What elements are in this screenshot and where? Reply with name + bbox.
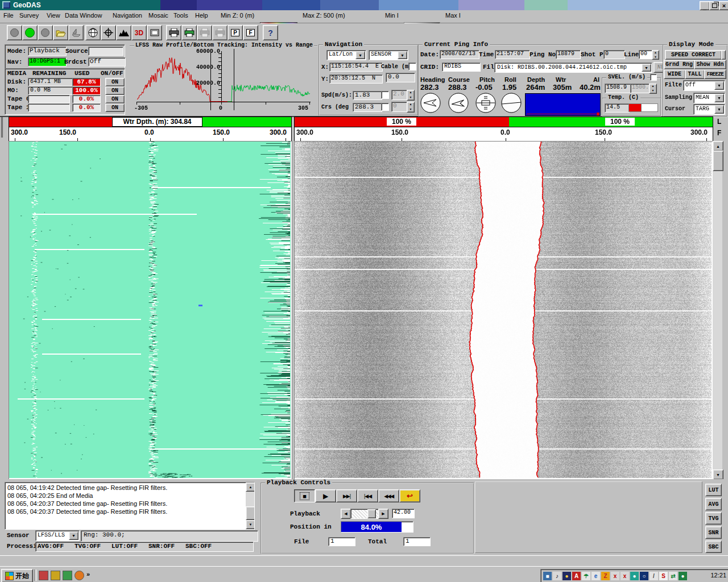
tray-display-icon[interactable]: ■	[543, 572, 552, 580]
spd-spinner[interactable]: ▲▼	[407, 90, 415, 101]
svel-spinner[interactable]: ▲▼	[649, 84, 657, 94]
chevron-down-icon[interactable]: ▼	[355, 51, 365, 59]
sonar-waterfall-display[interactable]	[295, 142, 712, 478]
world-view-button[interactable]	[85, 25, 101, 40]
tray-agent-icon[interactable]: ●	[562, 572, 571, 580]
tray-power-icon[interactable]: Z	[601, 572, 610, 580]
profile-f-button[interactable]: F	[243, 25, 258, 40]
restore-button[interactable]	[709, 1, 719, 10]
snr-button[interactable]: SNR	[705, 526, 722, 539]
tray-pen-icon[interactable]: /	[650, 572, 658, 580]
lls-waterfall-display[interactable]	[9, 142, 291, 478]
menu-survey[interactable]: Survey	[19, 12, 39, 19]
menu-navigation[interactable]: Navigation	[113, 12, 142, 19]
tray-monitor-icon[interactable]: ●	[679, 572, 687, 580]
tray-volume-icon[interactable]: ♪	[553, 572, 561, 580]
scroll-up-button[interactable]: ▲	[713, 141, 723, 151]
speed-value-field[interactable]: 42.00	[392, 509, 415, 518]
slider-right-button[interactable]: ▶	[378, 509, 388, 519]
log-scroll-up-button[interactable]: ▲	[246, 483, 255, 492]
fast-rewind-button[interactable]: ◀◀◀	[378, 489, 399, 502]
print-preview-button[interactable]	[197, 25, 212, 40]
crs-override-checkbox[interactable]	[381, 103, 389, 111]
sbc-button[interactable]: SBC	[705, 541, 722, 553]
message-log[interactable]: 08 065, 04:19:42 Detected time gap- Rese…	[5, 482, 255, 530]
help-button[interactable]: ?	[263, 25, 278, 40]
menu-mosaic[interactable]: Mosaic	[148, 12, 168, 19]
play-button[interactable]: ▶	[315, 489, 336, 502]
menu-data-window[interactable]: Data Window	[65, 12, 102, 19]
rewind-to-start-button[interactable]: |◀◀	[357, 489, 378, 502]
chevron-down-icon[interactable]: ▼	[398, 51, 407, 59]
media-on-button[interactable]: ON	[105, 86, 125, 95]
scroll-down-button[interactable]: ▼	[713, 469, 723, 480]
file-dropdown[interactable]: Disk: RDIBS.00.2008.044.214612.oic.tmp ▼	[494, 63, 652, 73]
line-spinner[interactable]: ▲▼	[652, 50, 659, 60]
waterfall-scrollbar[interactable]: ▲ ▼	[713, 141, 722, 479]
quicklaunch-overflow-chevron[interactable]: »	[86, 571, 90, 577]
tray-ati-icon[interactable]: A	[572, 572, 581, 580]
tray-sygate-icon[interactable]: S	[659, 572, 668, 580]
open-file-button[interactable]	[53, 25, 68, 40]
start-playback-button[interactable]	[22, 25, 38, 40]
filter-dropdown[interactable]: Off ▼	[683, 80, 725, 91]
close-button[interactable]: ×	[719, 1, 728, 10]
sampling-dropdown[interactable]: MEAN ▼	[693, 93, 725, 103]
stop-record-button[interactable]	[7, 25, 22, 40]
freeze-button[interactable]: FREEZE	[704, 69, 726, 79]
tray-network-error-icon[interactable]: x	[621, 572, 629, 580]
menu-help[interactable]: Help	[195, 12, 208, 19]
quicklaunch-ie-icon[interactable]	[63, 571, 72, 580]
crs-spinner[interactable]: ▲▼	[407, 102, 415, 113]
menu-view[interactable]: View	[47, 12, 60, 19]
show-hdn-button[interactable]: Show Hdn	[694, 60, 726, 69]
tall-button[interactable]: TALL	[685, 69, 705, 79]
media-on-button[interactable]: ON	[105, 78, 125, 86]
cursor-dropdown[interactable]: TARG ▼	[693, 104, 725, 115]
tray-ie-icon[interactable]: e	[592, 572, 600, 580]
chevron-down-icon[interactable]: ▼	[714, 105, 724, 114]
start-button[interactable]: 开始	[1, 569, 33, 582]
tray-clock[interactable]: 12:21	[710, 572, 726, 579]
tray-globe-icon[interactable]: ●	[630, 572, 639, 580]
log-scroll-thumb[interactable]	[246, 506, 255, 520]
stop-button[interactable]: ■	[294, 489, 315, 502]
menu-file[interactable]: File	[3, 12, 14, 19]
avg-button[interactable]: AVG	[705, 498, 722, 510]
menu-tools[interactable]: Tools	[173, 12, 188, 19]
minimize-button[interactable]: _	[700, 1, 710, 10]
profile-p-button[interactable]: P	[228, 25, 243, 40]
cable-checkbox[interactable]	[408, 63, 416, 70]
pause-record-button[interactable]	[38, 25, 53, 40]
speed-correct-aux-button[interactable]	[721, 50, 726, 60]
chevron-down-icon[interactable]: ▼	[714, 81, 724, 90]
speed-slider-track[interactable]	[350, 509, 379, 519]
print-setup-button[interactable]	[212, 25, 228, 40]
lut-button[interactable]: LUT	[705, 484, 722, 496]
scroll-thumb[interactable]	[713, 151, 723, 171]
speed-correct-button[interactable]: SPEED CORRECT	[665, 50, 722, 60]
tray-sync-icon[interactable]: ⇄	[669, 572, 677, 580]
sensor-dropdown[interactable]: LFSS/LLS ▼	[35, 530, 80, 541]
view-3d-button[interactable]: 3D	[131, 25, 147, 40]
tray-network-error-icon[interactable]: x	[611, 572, 619, 580]
vessel-config-button[interactable]	[68, 25, 84, 40]
media-on-button[interactable]: ON	[105, 103, 125, 112]
tray-antivirus-icon[interactable]: ☂	[582, 572, 590, 580]
speed-slider-thumb[interactable]	[367, 509, 376, 518]
target-cursor-button[interactable]	[101, 25, 116, 40]
quicklaunch-media-icon[interactable]	[39, 571, 48, 580]
spd-override-checkbox[interactable]	[381, 91, 389, 99]
quicklaunch-desktop-icon[interactable]	[51, 571, 60, 580]
close-file-button[interactable]: ↩	[399, 489, 420, 502]
coord-format-dropdown[interactable]: Lat/Lon ▼	[326, 50, 366, 60]
svel-checkbox[interactable]	[650, 74, 657, 81]
log-scrollbar[interactable]: ▲ ▼	[246, 483, 254, 528]
grnd-rng-button[interactable]: Grnd Rng	[664, 60, 694, 69]
fast-forward-button[interactable]: ▶▶|	[336, 489, 357, 502]
quicklaunch-player-icon[interactable]	[75, 571, 84, 580]
title-bar[interactable]: GeoDAS _ ×	[0, 0, 728, 10]
chevron-down-icon[interactable]: ▼	[714, 94, 724, 102]
log-scroll-down-button[interactable]: ▼	[246, 520, 255, 529]
print-color-button[interactable]	[181, 25, 197, 40]
